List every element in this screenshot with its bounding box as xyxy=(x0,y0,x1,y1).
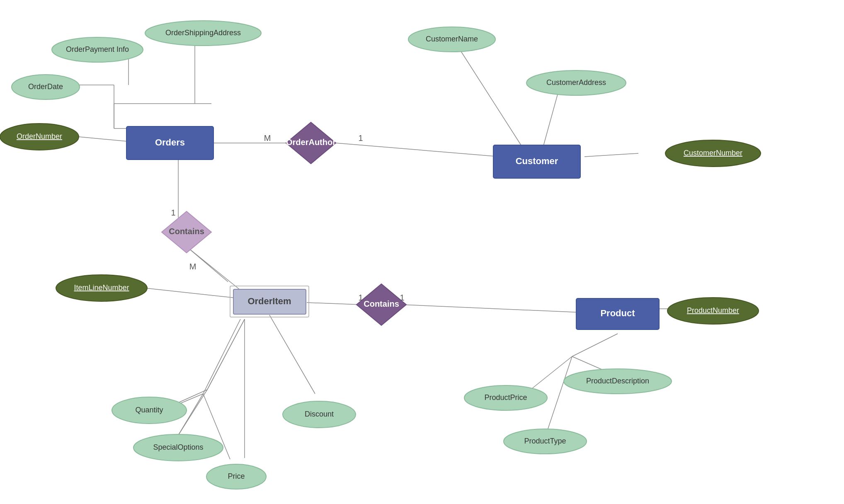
customernumber-label: CustomerNumber xyxy=(684,149,742,157)
contains1-label: Contains xyxy=(169,227,204,236)
orders-entity-label: Orders xyxy=(155,137,185,148)
svg-text:1: 1 xyxy=(358,133,363,143)
orderpaymentinfo-label: OrderPayment Info xyxy=(66,45,129,53)
svg-line-32 xyxy=(572,356,605,371)
svg-line-27 xyxy=(307,303,361,305)
svg-line-28 xyxy=(402,305,593,313)
productprice-label: ProductPrice xyxy=(484,393,527,402)
svg-line-30 xyxy=(572,334,618,356)
producttype-label: ProductType xyxy=(524,437,566,445)
orderdate-label: OrderDate xyxy=(28,82,63,91)
svg-line-12 xyxy=(584,153,638,157)
svg-line-23 xyxy=(203,319,240,394)
specialoptions-label: SpecialOptions xyxy=(153,443,203,451)
svg-text:1: 1 xyxy=(171,208,175,217)
ordershippingaddress-label: OrderShippingAddress xyxy=(165,29,241,37)
contains2-label: Contains xyxy=(364,299,399,308)
svg-line-11 xyxy=(543,87,560,147)
svg-line-10 xyxy=(456,44,522,147)
quantity-label: Quantity xyxy=(135,406,163,414)
svg-line-19 xyxy=(207,319,245,390)
svg-text:M: M xyxy=(189,262,196,271)
orderitem-entity-label: OrderItem xyxy=(247,296,291,306)
ordernumber-label: OrderNumber xyxy=(17,132,62,141)
svg-line-22 xyxy=(269,315,315,394)
svg-line-9 xyxy=(336,143,510,158)
product-entity-label: Product xyxy=(600,308,635,318)
svg-line-33 xyxy=(547,356,572,431)
orderauthor-label: OrderAuthor xyxy=(286,138,336,147)
itemlinenumber-label: ItemLineNumber xyxy=(74,284,129,292)
discount-label: Discount xyxy=(305,410,334,418)
customeraddress-label: CustomerAddress xyxy=(546,78,606,87)
productdescription-label: ProductDescription xyxy=(586,377,649,385)
productnumber-label: ProductNumber xyxy=(687,306,739,315)
svg-text:M: M xyxy=(264,133,271,143)
price-label: Price xyxy=(228,472,245,480)
svg-line-16 xyxy=(145,288,240,298)
customername-label: CustomerName xyxy=(426,35,478,43)
customer-entity-label: Customer xyxy=(516,156,558,166)
